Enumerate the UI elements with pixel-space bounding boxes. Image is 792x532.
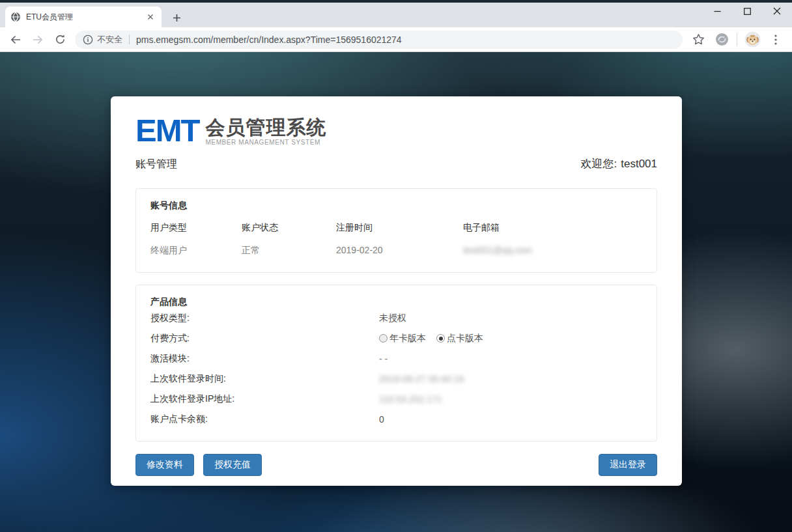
info-icon[interactable] (83, 35, 93, 45)
radio-label[interactable]: 点卡版本 (447, 333, 483, 344)
product-row: 授权类型: 未授权 (150, 308, 642, 328)
point-balance-value: 0 (379, 414, 384, 425)
row-label: 授权类型: (150, 313, 379, 324)
tab-strip: ETU会员管理 (0, 3, 792, 27)
tab-close-icon[interactable] (145, 11, 156, 23)
last-login-time-blurred: 2019-09-27 00:40:19 (379, 374, 464, 384)
product-row: 激活模块: - - (150, 348, 642, 369)
browser-tab[interactable]: ETU会员管理 (5, 7, 162, 27)
extension-icon[interactable] (713, 31, 731, 49)
page-background: EMT 会员管理系统 MEMBER MANAGEMENT SYSTEM 账号管理… (0, 52, 792, 532)
profile-avatar[interactable] (743, 31, 761, 49)
back-icon[interactable] (7, 31, 25, 49)
bookmark-star-icon[interactable] (689, 31, 707, 49)
username: test001 (621, 158, 657, 170)
toolbar-separator (737, 33, 737, 46)
product-row: 上次软件登录IP地址: 110.53.202.171 (150, 389, 642, 409)
address-bar[interactable]: 不安全 pms.emegsm.com/member/cn/Index.aspx?… (75, 31, 683, 49)
omnibox-separator (129, 35, 130, 44)
email-value-blurred: test001@qq.com (463, 245, 642, 255)
menu-dots-icon[interactable] (767, 31, 785, 49)
product-info-title: 产品信息 (150, 296, 642, 308)
last-login-ip-blurred: 110.53.202.171 (379, 394, 442, 404)
column-header: 电子邮箱 (463, 222, 642, 234)
account-info-title: 账号信息 (150, 200, 642, 212)
welcome-text: 欢迎您:test001 (581, 156, 658, 171)
product-row: 账户点卡余额: 0 (150, 409, 642, 429)
logo-emt-mark: EMT (135, 116, 199, 145)
account-status-value: 正常 (242, 245, 336, 257)
close-window-button[interactable] (762, 0, 792, 22)
page-title: 账号管理 (135, 158, 177, 171)
globe-favicon-icon (10, 12, 21, 22)
column-header: 用户类型 (150, 222, 242, 234)
product-info-box: 产品信息 授权类型: 未授权 付费方式: 年卡版本 点卡版本 (135, 285, 657, 441)
radio-unchecked-icon[interactable] (379, 334, 388, 343)
tab-title: ETU会员管理 (26, 12, 145, 23)
row-label: 付费方式: (150, 333, 379, 344)
active-module-value: - - (379, 354, 388, 364)
radio-year-card[interactable]: 年卡版本 (379, 333, 426, 344)
account-card: EMT 会员管理系统 MEMBER MANAGEMENT SYSTEM 账号管理… (111, 96, 682, 486)
toolbar-right (686, 31, 787, 49)
refresh-icon[interactable] (51, 31, 69, 49)
logo: EMT 会员管理系统 MEMBER MANAGEMENT SYSTEM (135, 116, 657, 146)
security-label[interactable]: 不安全 (97, 34, 122, 46)
column-header: 账户状态 (242, 222, 336, 234)
column-header: 注册时间 (336, 222, 463, 234)
auth-type-value: 未授权 (379, 313, 406, 324)
row-label: 激活模块: (150, 353, 379, 365)
logo-title-en: MEMBER MANAGEMENT SYSTEM (205, 139, 326, 146)
row-label: 账户点卡余额: (150, 413, 379, 425)
radio-checked-icon[interactable] (436, 334, 445, 343)
recharge-button[interactable]: 授权充值 (203, 454, 262, 476)
welcome-label: 欢迎您: (581, 158, 617, 170)
row-label: 上次软件登录IP地址: (150, 393, 379, 405)
forward-icon[interactable] (29, 31, 47, 49)
radio-label[interactable]: 年卡版本 (389, 333, 426, 344)
product-row: 付费方式: 年卡版本 点卡版本 (150, 328, 642, 348)
payment-radio-group: 年卡版本 点卡版本 (379, 333, 483, 344)
user-type-value: 终端用户 (150, 245, 242, 257)
row-label: 上次软件登录时间: (150, 373, 379, 385)
new-tab-button[interactable] (168, 9, 185, 26)
edit-profile-button[interactable]: 修改资料 (135, 454, 194, 476)
maximize-button[interactable] (732, 0, 762, 22)
logo-title-cn: 会员管理系统 (205, 118, 326, 137)
window-controls (702, 0, 792, 22)
logout-button[interactable]: 退出登录 (599, 454, 657, 476)
register-date-value: 2019-02-20 (336, 245, 463, 255)
radio-point-card[interactable]: 点卡版本 (436, 333, 483, 344)
account-info-box: 账号信息 用户类型 终端用户 账户状态 正常 注册时间 2019-02-20 电… (135, 188, 657, 273)
browser-toolbar: 不安全 pms.emegsm.com/member/cn/Index.aspx?… (0, 27, 792, 52)
minimize-button[interactable] (702, 0, 732, 22)
url-text[interactable]: pms.emegsm.com/member/cn/Index.aspx?Time… (136, 35, 675, 45)
product-row: 上次软件登录时间: 2019-09-27 00:40:19 (150, 369, 642, 389)
